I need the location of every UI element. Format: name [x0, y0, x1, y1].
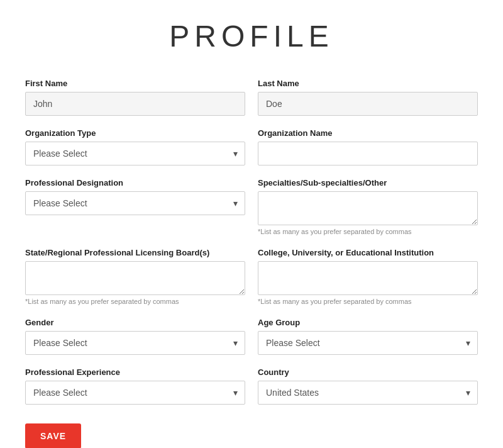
prof-designation-select-wrapper: Please Select MD DO PhD NP PA ▾: [25, 191, 245, 215]
profile-form: First Name Last Name Organization Type P…: [25, 79, 478, 448]
last-name-group: Last Name: [258, 79, 478, 116]
age-group-select-wrapper: Please Select 18-24 25-34 35-44 45-54 55…: [258, 331, 478, 355]
gender-select[interactable]: Please Select Male Female Non-binary Pre…: [25, 331, 245, 355]
prof-designation-select[interactable]: Please Select MD DO PhD NP PA: [25, 191, 245, 215]
college-group: College, University, or Educational Inst…: [258, 248, 478, 305]
org-row: Organization Type Please Select Hospital…: [25, 128, 478, 165]
gender-select-wrapper: Please Select Male Female Non-binary Pre…: [25, 331, 245, 355]
specialties-group: Specialties/Sub-specialties/Other *List …: [258, 178, 478, 235]
org-name-input[interactable]: [258, 142, 478, 165]
page-title: PROFILE: [25, 19, 478, 53]
college-input[interactable]: [258, 261, 478, 295]
last-name-label: Last Name: [258, 79, 478, 88]
prof-experience-label: Professional Experience: [25, 367, 245, 377]
first-name-group: First Name: [25, 79, 245, 116]
designation-row: Professional Designation Please Select M…: [25, 178, 478, 235]
org-type-label: Organization Type: [25, 128, 245, 138]
age-group-group: Age Group Please Select 18-24 25-34 35-4…: [258, 318, 478, 355]
specialties-hint: *List as many as you prefer separated by…: [258, 228, 478, 235]
last-name-input[interactable]: [258, 92, 478, 116]
prof-designation-group: Professional Designation Please Select M…: [25, 178, 245, 235]
college-hint: *List as many as you prefer separated by…: [258, 298, 478, 305]
country-select-wrapper: United States Canada United Kingdom Aust…: [258, 381, 478, 405]
org-type-group: Organization Type Please Select Hospital…: [25, 128, 245, 165]
licensing-row: State/Regional Professional Licensing Bo…: [25, 248, 478, 305]
gender-group: Gender Please Select Male Female Non-bin…: [25, 318, 245, 355]
org-name-label: Organization Name: [258, 128, 478, 138]
save-button[interactable]: SAVE: [25, 423, 81, 448]
org-name-group: Organization Name: [258, 128, 478, 165]
age-group-select[interactable]: Please Select 18-24 25-34 35-44 45-54 55…: [258, 331, 478, 355]
country-group: Country United States Canada United King…: [258, 367, 478, 405]
prof-designation-label: Professional Designation: [25, 178, 245, 188]
name-row: First Name Last Name: [25, 79, 478, 116]
gender-age-row: Gender Please Select Male Female Non-bin…: [25, 318, 478, 355]
country-select[interactable]: United States Canada United Kingdom Aust…: [258, 381, 478, 405]
college-label: College, University, or Educational Inst…: [258, 248, 478, 257]
licensing-board-group: State/Regional Professional Licensing Bo…: [25, 248, 245, 305]
licensing-board-input[interactable]: [25, 261, 245, 295]
prof-experience-group: Professional Experience Please Select 0-…: [25, 367, 245, 405]
org-type-select-wrapper: Please Select Hospital Clinic University…: [25, 142, 245, 165]
prof-experience-select-wrapper: Please Select 0-5 years 6-10 years 11-20…: [25, 381, 245, 405]
country-label: Country: [258, 367, 478, 377]
first-name-input[interactable]: [25, 92, 245, 116]
specialties-label: Specialties/Sub-specialties/Other: [258, 178, 478, 188]
org-type-select[interactable]: Please Select Hospital Clinic University…: [25, 142, 245, 165]
first-name-label: First Name: [25, 79, 245, 88]
prof-experience-select[interactable]: Please Select 0-5 years 6-10 years 11-20…: [25, 381, 245, 405]
save-row: SAVE: [25, 417, 478, 448]
licensing-board-hint: *List as many as you prefer separated by…: [25, 298, 245, 305]
gender-label: Gender: [25, 318, 245, 327]
specialties-input[interactable]: [258, 191, 478, 225]
licensing-board-label: State/Regional Professional Licensing Bo…: [25, 248, 245, 257]
age-group-label: Age Group: [258, 318, 478, 327]
experience-country-row: Professional Experience Please Select 0-…: [25, 367, 478, 405]
